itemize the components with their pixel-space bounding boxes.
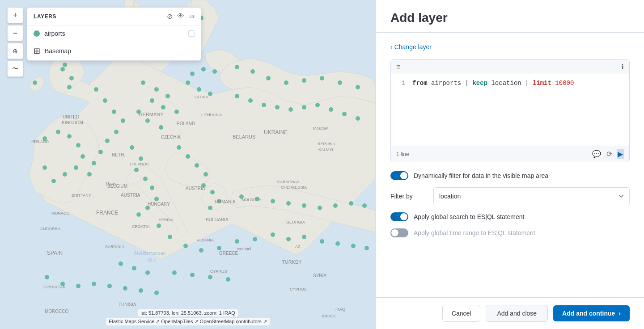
svg-text:Istanbul: Istanbul bbox=[237, 247, 251, 251]
query-history-icon[interactable]: ⟳ bbox=[606, 149, 613, 159]
svg-point-107 bbox=[168, 235, 172, 239]
svg-point-103 bbox=[190, 273, 195, 277]
svg-point-59 bbox=[203, 172, 208, 177]
svg-text:ISRAEL: ISRAEL bbox=[322, 314, 336, 318]
map-attribution: Elastic Maps Service ↗ OpenMapTiles ↗ Op… bbox=[106, 318, 270, 325]
query-run-icon[interactable]: ▶ bbox=[617, 149, 624, 159]
svg-text:MONACO: MONACO bbox=[51, 211, 70, 215]
dynamic-filter-label: Dynamically filter for data in the visib… bbox=[414, 172, 548, 179]
cancel-button[interactable]: Cancel bbox=[442, 305, 481, 322]
locate-button[interactable]: ⊕ bbox=[7, 43, 23, 59]
svg-point-9 bbox=[60, 67, 65, 72]
global-time-toggle[interactable] bbox=[390, 228, 408, 237]
query-code[interactable]: from airports | keep location | limit 10… bbox=[412, 80, 624, 140]
svg-text:ERLANDS: ERLANDS bbox=[130, 162, 149, 166]
svg-text:UNITED: UNITED bbox=[63, 114, 79, 119]
kw-table: airports bbox=[431, 80, 461, 87]
svg-text:AZ...: AZ... bbox=[295, 245, 304, 249]
global-search-row: Apply global search to ES|QL statement bbox=[390, 212, 630, 221]
svg-point-29 bbox=[174, 110, 179, 114]
svg-point-10 bbox=[69, 76, 74, 80]
layer-basemap[interactable]: ⊞ Basemap bbox=[27, 42, 201, 60]
svg-text:BRITTANY: BRITTANY bbox=[72, 193, 91, 198]
svg-point-50 bbox=[134, 168, 139, 172]
query-toolbar-left: ≡ bbox=[396, 63, 400, 71]
add-and-continue-button[interactable]: Add and continue › bbox=[553, 305, 630, 321]
svg-point-58 bbox=[195, 163, 199, 168]
svg-point-31 bbox=[145, 118, 150, 123]
filter-by-label: Filter by bbox=[390, 193, 426, 200]
filter-by-select[interactable]: location coordinates geo_point bbox=[433, 187, 630, 205]
svg-point-90 bbox=[362, 203, 367, 208]
svg-point-36 bbox=[186, 80, 190, 85]
query-info-icon[interactable]: ℹ bbox=[621, 63, 624, 71]
chevron-right-icon: › bbox=[619, 310, 621, 317]
panel-title: Add layer bbox=[390, 11, 630, 25]
svg-text:LATVIA: LATVIA bbox=[195, 95, 208, 99]
layer-airports[interactable]: airports bbox=[27, 25, 201, 42]
draw-button[interactable]: 〜 bbox=[7, 61, 23, 77]
layer-airports-checkbox[interactable] bbox=[188, 30, 195, 37]
query-comment-icon[interactable]: 💬 bbox=[591, 149, 602, 159]
svg-text:SERBIA: SERBIA bbox=[159, 218, 174, 222]
svg-point-108 bbox=[183, 244, 188, 248]
svg-point-112 bbox=[253, 237, 257, 241]
svg-point-88 bbox=[333, 203, 338, 208]
svg-point-70 bbox=[338, 80, 342, 85]
svg-text:CHERKESSIA: CHERKESSIA bbox=[281, 185, 307, 190]
layers-show-icon[interactable]: 👁 bbox=[177, 12, 184, 21]
svg-point-93 bbox=[76, 284, 80, 288]
svg-point-95 bbox=[107, 284, 112, 288]
svg-text:GREECE: GREECE bbox=[219, 251, 238, 256]
svg-text:IRAQ: IRAQ bbox=[335, 307, 345, 312]
svg-point-114 bbox=[286, 237, 291, 241]
zoom-out-button[interactable]: − bbox=[7, 25, 23, 41]
svg-point-35 bbox=[212, 69, 217, 74]
svg-point-105 bbox=[226, 277, 230, 282]
svg-point-100 bbox=[132, 266, 136, 270]
query-editor: ≡ ℹ 1 from airports | keep location | li… bbox=[390, 59, 630, 162]
svg-point-113 bbox=[271, 232, 275, 237]
svg-point-85 bbox=[286, 201, 291, 206]
svg-point-14 bbox=[33, 80, 37, 85]
svg-text:IRELAND: IRELAND bbox=[31, 139, 49, 144]
svg-point-109 bbox=[199, 248, 203, 253]
dynamic-filter-toggle[interactable] bbox=[390, 171, 408, 180]
svg-point-111 bbox=[235, 239, 239, 244]
svg-point-56 bbox=[177, 145, 181, 150]
change-layer-link[interactable]: ‹ Change layer bbox=[390, 43, 630, 51]
svg-text:CYPRUS: CYPRUS bbox=[210, 269, 227, 274]
svg-point-71 bbox=[356, 85, 360, 89]
svg-point-74 bbox=[262, 103, 266, 107]
svg-point-75 bbox=[275, 105, 280, 110]
svg-point-20 bbox=[105, 139, 110, 143]
query-body[interactable]: 1 from airports | keep location | limit … bbox=[391, 74, 629, 146]
svg-text:ALBANIA: ALBANIA bbox=[197, 238, 214, 242]
svg-point-98 bbox=[154, 291, 159, 295]
svg-text:AUSTRIA: AUSTRIA bbox=[121, 193, 140, 198]
svg-point-18 bbox=[121, 118, 125, 123]
svg-point-116 bbox=[320, 239, 324, 244]
svg-point-68 bbox=[302, 78, 306, 83]
change-layer-label: Change layer bbox=[394, 43, 432, 51]
layers-hide-icon[interactable]: ⊘ bbox=[167, 12, 173, 21]
svg-point-42 bbox=[76, 143, 80, 148]
svg-text:Paris: Paris bbox=[106, 181, 116, 186]
svg-text:CYPRUS: CYPRUS bbox=[290, 287, 307, 291]
svg-point-11 bbox=[67, 85, 72, 89]
svg-text:MOLDOVA: MOLDOVA bbox=[242, 198, 261, 202]
global-time-row: Apply global time range to ES|QL stateme… bbox=[390, 228, 630, 237]
global-search-toggle[interactable] bbox=[390, 212, 408, 221]
query-format-icon[interactable]: ≡ bbox=[396, 63, 400, 71]
panel-footer: Cancel Add and close Add and continue › bbox=[376, 297, 644, 329]
zoom-in-button[interactable]: + bbox=[7, 7, 23, 23]
svg-point-115 bbox=[302, 235, 306, 239]
svg-point-66 bbox=[266, 76, 271, 80]
svg-point-79 bbox=[329, 107, 333, 112]
layers-more-icon[interactable]: ⇒ bbox=[189, 12, 195, 21]
svg-text:Sea: Sea bbox=[148, 257, 157, 262]
svg-point-37 bbox=[197, 87, 201, 92]
add-and-continue-label: Add and continue bbox=[562, 310, 615, 317]
add-and-close-button[interactable]: Add and close bbox=[486, 305, 548, 322]
svg-text:KARACHAY-: KARACHAY- bbox=[277, 180, 300, 184]
